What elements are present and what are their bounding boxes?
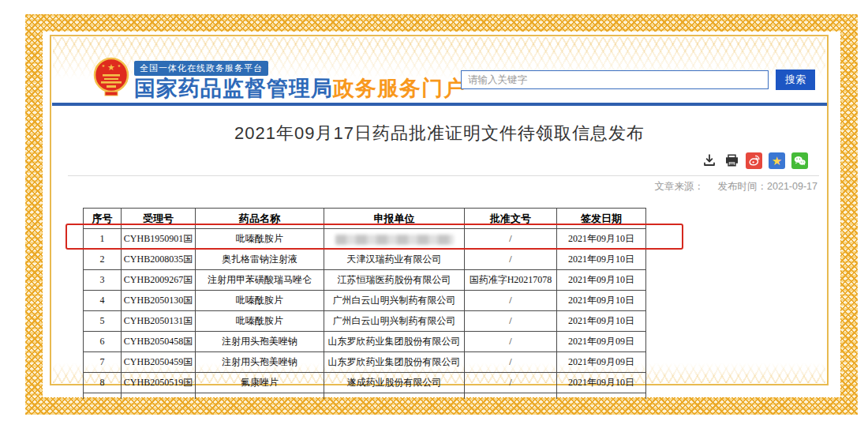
table-cell: / <box>465 291 557 311</box>
table-cell: CYHB1950901国 <box>122 229 196 250</box>
table-cell: 8 <box>84 373 122 393</box>
table-row: 2CYHB2008035国奥扎格雷钠注射液天津汉瑞药业有限公司/2021年09月… <box>84 250 646 270</box>
table-row: 5CYHB2050131国吡嗪酰胺片广州白云山明兴制药有限公司/2021年09月… <box>84 311 646 332</box>
table-cell: / <box>465 250 557 270</box>
applicant-cell: 江苏恒瑞医药股份有限公司 <box>324 270 465 291</box>
table-cell: CYHB2050131国 <box>122 311 196 332</box>
column-header: 申报单位 <box>324 209 465 229</box>
svg-text:★: ★ <box>107 62 115 72</box>
table-row: 7CYHB2050459国注射用头孢美唑钠山东罗欣药业集团股份有限公司/2021… <box>84 352 646 373</box>
table-cell <box>465 393 557 400</box>
table-cell: 5 <box>84 311 122 332</box>
star-icon: ★ <box>772 155 782 167</box>
table-cell: 2021年09月09日 <box>557 332 646 352</box>
approval-table: 序号受理号药品名称申报单位批准文号签发日期 1CYHB1950901国吡嗪酰胺片… <box>83 208 646 399</box>
table-cell: 吡嗪酰胺片 <box>196 229 324 250</box>
search-input[interactable] <box>461 70 769 89</box>
column-header: 签发日期 <box>557 209 646 229</box>
table-cell: / <box>465 311 557 332</box>
table-cell: 2021年09月10日 <box>557 311 646 332</box>
table-cell: / <box>465 332 557 352</box>
table-body: 1CYHB1950901国吡嗪酰胺片/2021年09月10日2CYHB20080… <box>84 229 646 400</box>
article-meta: 文章来源： 发布时间：2021-09-17 <box>644 180 817 194</box>
publish-time: 发布时间：2021-09-17 <box>718 181 817 192</box>
table-cell <box>196 393 324 400</box>
table-cell: 2021年09月10日 <box>557 373 646 393</box>
table-cell: CYHB2050458国 <box>122 332 196 352</box>
table-row: 4CYHB2050130国吡嗪酰胺片广州白云山明兴制药有限公司/2021年09月… <box>84 291 646 311</box>
page-title: 2021年09月17日药品批准证明文件待领取信息发布 <box>52 122 827 145</box>
table-cell: 1 <box>84 229 122 250</box>
table-cell <box>324 393 465 400</box>
table-cell: CYHB2008035国 <box>122 250 196 270</box>
page: ★ ★ ★ 全国一体化在线政务服务平台 国家药品监督管理局政务服务门户 搜索 2… <box>0 0 868 421</box>
table-cell: / <box>465 229 557 250</box>
table-cell: 2021年09月10日 <box>557 291 646 311</box>
table-cell <box>122 393 196 400</box>
applicant-cell <box>324 229 465 250</box>
table-row: 3CYHB2009267国注射用甲苯磺酸瑞马唑仑江苏恒瑞医药股份有限公司国药准字… <box>84 270 646 291</box>
table-cell: 2021年09月10日 <box>557 270 646 291</box>
table-cell: CYHB2050130国 <box>122 291 196 311</box>
table-cell: 注射用甲苯磺酸瑞马唑仑 <box>196 270 324 291</box>
header-divider <box>52 103 827 106</box>
search-button[interactable]: 搜索 <box>776 70 815 90</box>
article-toolbar: ★ <box>702 152 808 169</box>
national-emblem-logo: ★ ★ ★ <box>93 57 129 96</box>
table-cell: 4 <box>84 291 122 311</box>
table-cell: CYHB2050519国 <box>122 373 196 393</box>
table-cell: CYHB2009267国 <box>122 270 196 291</box>
table-cell: / <box>465 373 557 393</box>
redacted-applicant <box>335 235 454 245</box>
column-header: 受理号 <box>122 209 196 229</box>
applicant-cell: 山东罗欣药业集团股份有限公司 <box>324 352 465 373</box>
table-row: 1CYHB1950901国吡嗪酰胺片/2021年09月10日 <box>84 229 646 250</box>
table-cell: 7 <box>84 352 122 373</box>
meta-divider <box>68 175 819 176</box>
content-area: ★ ★ ★ 全国一体化在线政务服务平台 国家药品监督管理局政务服务门户 搜索 2… <box>52 36 827 385</box>
wechat-share-icon[interactable] <box>791 152 808 169</box>
svg-text:★: ★ <box>118 63 122 68</box>
table-cell: 国药准字H20217078 <box>465 270 557 291</box>
source-label: 文章来源： <box>655 181 705 192</box>
printer-icon[interactable] <box>724 152 739 168</box>
column-header: 批准文号 <box>465 209 557 229</box>
column-header: 药品名称 <box>196 209 324 229</box>
table-cell: 注射用头孢美唑钠 <box>196 332 324 352</box>
approval-table-wrap: 序号受理号药品名称申报单位批准文号签发日期 1CYHB1950901国吡嗪酰胺片… <box>83 208 646 399</box>
table-cell <box>84 393 122 400</box>
table-cell: 2021年09月10日 <box>557 250 646 270</box>
search-bar: 搜索 <box>461 70 815 90</box>
applicant-cell: 遂成药业股份有限公司 <box>324 373 465 393</box>
table-header-row: 序号受理号药品名称申报单位批准文号签发日期 <box>84 209 646 229</box>
table-cell: 注射用头孢美唑钠 <box>196 352 324 373</box>
applicant-cell: 广州白云山明兴制药有限公司 <box>324 291 465 311</box>
table-row: 6CYHB2050458国注射用头孢美唑钠山东罗欣药业集团股份有限公司/2021… <box>84 332 646 352</box>
site-title: 国家药品监督管理局政务服务门户 <box>134 74 466 103</box>
applicant-cell: 天津汉瑞药业有限公司 <box>324 250 465 270</box>
table-cell: 奥扎格雷钠注射液 <box>196 250 324 270</box>
table-cell: 2021年09月10日 <box>557 229 646 250</box>
table-cell: 氟康唑片 <box>196 373 324 393</box>
applicant-cell: 广州白云山明兴制药有限公司 <box>324 311 465 332</box>
site-name: 国家药品监督管理局 <box>134 77 333 100</box>
table-cell: 6 <box>84 332 122 352</box>
table-cell: 3 <box>84 270 122 291</box>
qzone-share-icon[interactable]: ★ <box>769 152 785 169</box>
table-cell: 吡嗪酰胺片 <box>196 311 324 332</box>
applicant-cell: 山东罗欣药业集团股份有限公司 <box>324 332 465 352</box>
table-cell: / <box>465 352 557 373</box>
table-cell: CYHB2050459国 <box>122 352 196 373</box>
table-cell: 2021年09月09日 <box>557 352 646 373</box>
table-cell <box>557 393 646 400</box>
table-row: 8CYHB2050519国氟康唑片遂成药业股份有限公司/2021年09月10日 <box>84 373 646 393</box>
portal-suffix: 政务服务门户 <box>333 77 466 100</box>
table-cell: 2 <box>84 250 122 270</box>
table-row-partial <box>84 393 646 400</box>
svg-text:★: ★ <box>102 63 106 68</box>
table-cell: 吡嗪酰胺片 <box>196 291 324 311</box>
column-header: 序号 <box>84 209 122 229</box>
download-icon[interactable] <box>702 152 717 168</box>
weibo-share-icon[interactable] <box>746 152 762 169</box>
